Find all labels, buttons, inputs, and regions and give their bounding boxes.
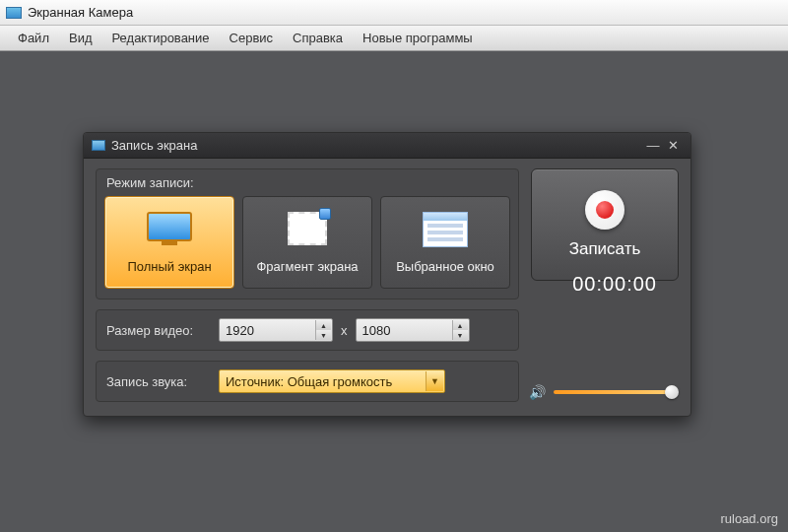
app-title: Экранная Камера [28, 5, 133, 20]
audio-label: Запись звука: [106, 374, 211, 389]
height-input[interactable]: 1080 ▲▼ [356, 318, 470, 342]
menu-file[interactable]: Файл [8, 29, 59, 47]
menu-edit[interactable]: Редактирование [102, 29, 220, 47]
video-size-row: Размер видео: 1920 ▲▼ x 1080 ▲▼ [96, 309, 519, 351]
app-icon [6, 7, 22, 19]
width-stepper[interactable]: ▲▼ [315, 320, 331, 340]
record-icon [585, 190, 624, 230]
mode-fragment-label: Фрагмент экрана [256, 259, 358, 274]
audio-source-value: Источник: Общая громкость [226, 374, 392, 389]
volume-control: 🔊 [529, 384, 677, 400]
menu-view[interactable]: Вид [59, 29, 102, 47]
dialog-titlebar[interactable]: Запись экрана — ✕ [84, 133, 690, 159]
size-separator: x [341, 323, 348, 338]
monitor-icon [144, 212, 195, 251]
dialog-title: Запись экрана [111, 138, 197, 153]
volume-thumb[interactable] [665, 385, 679, 399]
mode-fragment[interactable]: Фрагмент экрана [242, 196, 372, 289]
dialog-body: Режим записи: Полный экран Фрагмент экра… [84, 159, 690, 416]
record-dialog: Запись экрана — ✕ Режим записи: Полный э… [83, 132, 691, 417]
close-button[interactable]: ✕ [663, 138, 683, 153]
record-label: Записать [569, 239, 641, 259]
width-value: 1920 [226, 323, 254, 338]
height-stepper[interactable]: ▲▼ [452, 320, 468, 340]
record-button[interactable]: Записать [531, 168, 679, 281]
menu-service[interactable]: Сервис [220, 29, 284, 47]
menu-help[interactable]: Справка [283, 29, 353, 47]
volume-slider[interactable] [554, 390, 677, 394]
audio-source-combo[interactable]: Источник: Общая громкость ▼ [219, 369, 445, 393]
chevron-down-icon: ▼ [426, 371, 443, 391]
mode-legend: Режим записи: [104, 175, 510, 190]
minimize-button[interactable]: — [643, 138, 663, 153]
record-mode-group: Режим записи: Полный экран Фрагмент экра… [96, 168, 519, 299]
fragment-icon [282, 212, 333, 251]
width-input[interactable]: 1920 ▲▼ [219, 318, 333, 342]
menu-new-programs[interactable]: Новые программы [353, 29, 483, 47]
mode-fullscreen-label: Полный экран [127, 259, 211, 274]
speaker-icon: 🔊 [529, 384, 546, 400]
timer: 00:00:00 [572, 273, 657, 296]
video-size-label: Размер видео: [106, 323, 211, 338]
height-value: 1080 [362, 323, 391, 338]
dialog-icon [92, 140, 105, 151]
mode-window-label: Выбранное окно [396, 259, 494, 274]
app-titlebar: Экранная Камера [0, 0, 788, 26]
watermark: ruload.org [720, 511, 778, 526]
mode-window[interactable]: Выбранное окно [380, 196, 510, 289]
window-icon [420, 212, 471, 251]
menubar: Файл Вид Редактирование Сервис Справка Н… [0, 26, 788, 51]
audio-row: Запись звука: Источник: Общая громкость … [96, 361, 519, 402]
mode-fullscreen[interactable]: Полный экран [104, 196, 234, 289]
